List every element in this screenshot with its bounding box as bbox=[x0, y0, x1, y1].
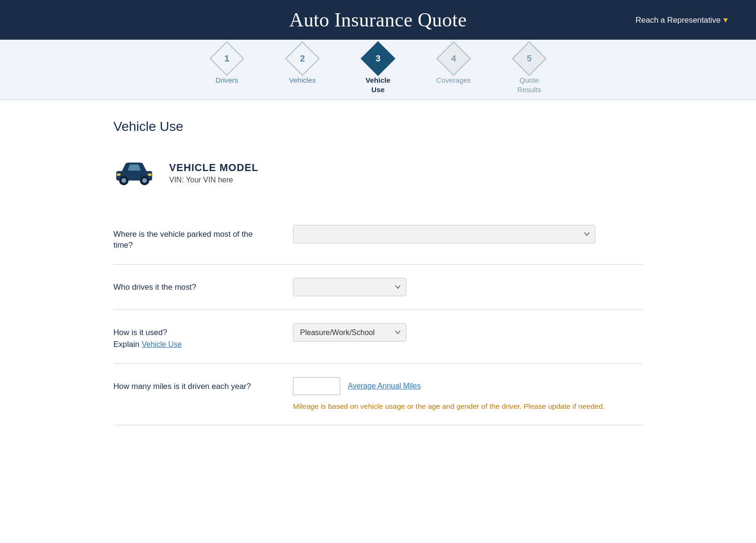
vehicle-info: VEHICLE MODEL VIN: Your VIN here bbox=[169, 162, 258, 184]
miles-question-label: How many miles is it driven each year? bbox=[113, 377, 274, 392]
step-2-diamond: 2 bbox=[285, 41, 320, 76]
chevron-down-icon: ▾ bbox=[723, 15, 728, 25]
mileage-note: Mileage is based on vehicle usage or the… bbox=[293, 401, 633, 412]
usage-control-wrap: Pleasure/Work/School Pleasure Only Busin… bbox=[293, 323, 643, 342]
header: Auto Insurance Quote Reach a Representat… bbox=[0, 0, 756, 40]
step-2-label: Vehicles bbox=[289, 76, 316, 85]
step-3-vehicle-use[interactable]: 3 VehicleUse bbox=[340, 46, 416, 99]
step-1-diamond: 1 bbox=[209, 41, 244, 76]
step-4-coverages[interactable]: 4 Coverages bbox=[416, 46, 491, 99]
usage-row: How is it used? Explain Vehicle Use Plea… bbox=[113, 310, 643, 364]
average-annual-miles-link[interactable]: Average Annual Miles bbox=[348, 382, 421, 390]
svg-point-2 bbox=[121, 178, 126, 183]
svg-point-4 bbox=[142, 178, 147, 183]
step-5-quote-results[interactable]: 5 QuoteResults bbox=[491, 46, 567, 99]
page-main-title: Auto Insurance Quote bbox=[289, 9, 467, 31]
svg-rect-6 bbox=[148, 173, 152, 176]
stepper: 1 Drivers 2 Vehicles 3 VehicleUse 4 Cove… bbox=[0, 40, 756, 100]
vehicle-model: VEHICLE MODEL bbox=[169, 162, 258, 174]
page-title: Vehicle Use bbox=[113, 119, 643, 134]
main-content: Vehicle Use VEHICLE MODEL VIN: Your bbox=[76, 100, 680, 454]
step-4-label: Coverages bbox=[436, 76, 471, 85]
step-3-diamond: 3 bbox=[361, 41, 395, 76]
step-1-drivers[interactable]: 1 Drivers bbox=[189, 46, 265, 99]
parked-location-select[interactable]: Garage Driveway Street Parking Lot bbox=[293, 225, 595, 243]
step-3-label: VehicleUse bbox=[366, 76, 390, 95]
step-1-label: Drivers bbox=[215, 76, 238, 85]
parked-control-wrap: Garage Driveway Street Parking Lot bbox=[293, 225, 643, 243]
step-4-diamond: 4 bbox=[436, 41, 471, 76]
usage-explain-wrap: Explain Vehicle Use bbox=[113, 339, 274, 350]
car-icon bbox=[113, 158, 156, 188]
step-2-vehicles[interactable]: 2 Vehicles bbox=[265, 46, 340, 99]
parked-location-row: Where is the vehicle parked most of the … bbox=[113, 212, 643, 265]
step-5-label: QuoteResults bbox=[517, 76, 541, 95]
vehicle-use-link[interactable]: Vehicle Use bbox=[142, 339, 182, 350]
reach-rep-label: Reach a Representative bbox=[636, 15, 721, 25]
vehicle-vin: VIN: Your VIN here bbox=[169, 176, 258, 184]
miles-input[interactable] bbox=[293, 377, 340, 395]
driver-question-label: Who drives it the most? bbox=[113, 278, 274, 293]
svg-rect-5 bbox=[117, 173, 120, 176]
miles-row: How many miles is it driven each year? A… bbox=[113, 364, 643, 425]
vehicle-card: VEHICLE MODEL VIN: Your VIN here bbox=[113, 153, 643, 193]
usage-question-label: How is it used? Explain Vehicle Use bbox=[113, 323, 274, 350]
driver-control-wrap: Driver 1 Driver 2 Driver 3 bbox=[293, 278, 643, 296]
parked-question-label: Where is the vehicle parked most of the … bbox=[113, 225, 274, 251]
mileage-input-row: Average Annual Miles bbox=[293, 377, 643, 395]
usage-select[interactable]: Pleasure/Work/School Pleasure Only Busin… bbox=[293, 323, 406, 342]
step-5-diamond: 5 bbox=[512, 41, 547, 76]
driver-row: Who drives it the most? Driver 1 Driver … bbox=[113, 265, 643, 310]
reach-representative-button[interactable]: Reach a Representative ▾ bbox=[636, 15, 728, 25]
driver-select[interactable]: Driver 1 Driver 2 Driver 3 bbox=[293, 278, 406, 296]
miles-control-wrap: Average Annual Miles Mileage is based on… bbox=[293, 377, 643, 412]
